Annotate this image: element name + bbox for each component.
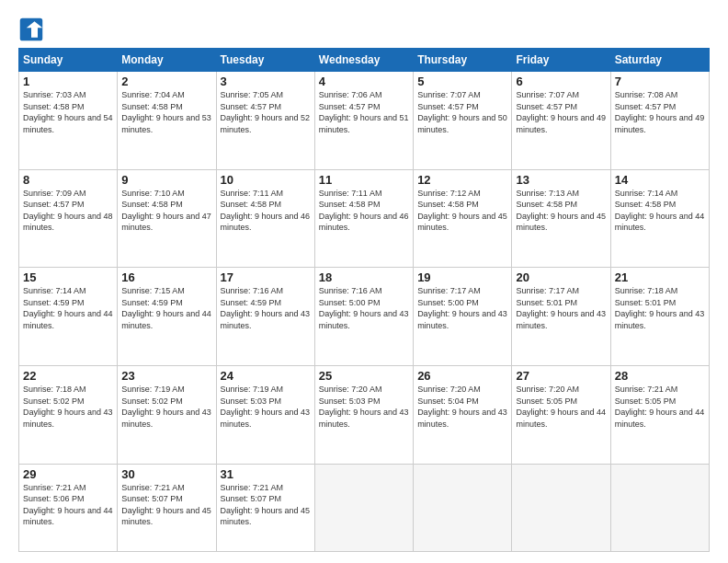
day-info: Sunrise: 7:18 AMSunset: 5:01 PMDaylight:… <box>615 285 705 331</box>
day-number: 28 <box>615 369 705 383</box>
day-number: 27 <box>516 369 606 383</box>
calendar-cell: 28 Sunrise: 7:21 AMSunset: 5:05 PMDaylig… <box>610 365 709 464</box>
day-info: Sunrise: 7:21 AMSunset: 5:07 PMDaylight:… <box>221 482 311 528</box>
calendar-cell: 6 Sunrise: 7:07 AMSunset: 4:57 PMDayligh… <box>512 72 610 170</box>
calendar-cell <box>314 464 413 551</box>
day-header-saturday: Saturday <box>610 49 709 72</box>
calendar-cell: 27 Sunrise: 7:20 AMSunset: 5:05 PMDaylig… <box>512 365 610 464</box>
calendar-cell: 18 Sunrise: 7:16 AMSunset: 5:00 PMDaylig… <box>314 268 413 366</box>
day-info: Sunrise: 7:21 AMSunset: 5:06 PMDaylight:… <box>23 482 113 528</box>
day-info: Sunrise: 7:20 AMSunset: 5:05 PMDaylight:… <box>516 384 606 430</box>
calendar-cell: 5 Sunrise: 7:07 AMSunset: 4:57 PMDayligh… <box>414 72 512 170</box>
day-number: 29 <box>23 467 113 481</box>
day-number: 15 <box>23 270 113 284</box>
day-number: 23 <box>121 369 211 383</box>
calendar-cell: 13 Sunrise: 7:13 AMSunset: 4:58 PMDaylig… <box>512 169 610 268</box>
calendar-cell: 12 Sunrise: 7:12 AMSunset: 4:58 PMDaylig… <box>414 169 512 268</box>
day-info: Sunrise: 7:06 AMSunset: 4:57 PMDaylight:… <box>319 89 409 135</box>
day-info: Sunrise: 7:17 AMSunset: 5:00 PMDaylight:… <box>417 285 507 331</box>
day-info: Sunrise: 7:13 AMSunset: 4:58 PMDaylight:… <box>516 188 606 234</box>
calendar-cell: 31 Sunrise: 7:21 AMSunset: 5:07 PMDaylig… <box>216 464 314 551</box>
day-info: Sunrise: 7:16 AMSunset: 4:59 PMDaylight:… <box>221 285 311 331</box>
logo-icon <box>18 17 44 42</box>
day-info: Sunrise: 7:05 AMSunset: 4:57 PMDaylight:… <box>221 89 311 135</box>
day-number: 18 <box>319 270 409 284</box>
logo <box>18 17 48 42</box>
calendar-cell: 21 Sunrise: 7:18 AMSunset: 5:01 PMDaylig… <box>610 268 709 366</box>
calendar-cell: 8 Sunrise: 7:09 AMSunset: 4:57 PMDayligh… <box>19 169 118 268</box>
day-header-friday: Friday <box>512 49 610 72</box>
day-number: 8 <box>23 173 113 187</box>
calendar-cell: 4 Sunrise: 7:06 AMSunset: 4:57 PMDayligh… <box>314 72 413 170</box>
day-number: 22 <box>23 369 113 383</box>
day-number: 3 <box>221 75 311 88</box>
day-number: 20 <box>516 270 606 284</box>
day-info: Sunrise: 7:03 AMSunset: 4:58 PMDaylight:… <box>23 89 113 135</box>
day-info: Sunrise: 7:10 AMSunset: 4:58 PMDaylight:… <box>121 188 211 234</box>
day-info: Sunrise: 7:07 AMSunset: 4:57 PMDaylight:… <box>516 89 606 135</box>
day-info: Sunrise: 7:07 AMSunset: 4:57 PMDaylight:… <box>417 89 507 135</box>
calendar-week-4: 22 Sunrise: 7:18 AMSunset: 5:02 PMDaylig… <box>19 365 710 464</box>
day-number: 19 <box>417 270 507 284</box>
calendar-cell: 3 Sunrise: 7:05 AMSunset: 4:57 PMDayligh… <box>216 72 314 170</box>
calendar-cell: 23 Sunrise: 7:19 AMSunset: 5:02 PMDaylig… <box>118 365 216 464</box>
calendar-cell: 24 Sunrise: 7:19 AMSunset: 5:03 PMDaylig… <box>216 365 314 464</box>
day-number: 4 <box>319 75 409 88</box>
day-number: 24 <box>221 369 311 383</box>
day-info: Sunrise: 7:04 AMSunset: 4:58 PMDaylight:… <box>121 89 211 135</box>
calendar-table: SundayMondayTuesdayWednesdayThursdayFrid… <box>18 48 710 552</box>
day-number: 16 <box>121 270 211 284</box>
calendar-cell: 19 Sunrise: 7:17 AMSunset: 5:00 PMDaylig… <box>414 268 512 366</box>
calendar-cell: 1 Sunrise: 7:03 AMSunset: 4:58 PMDayligh… <box>19 72 118 170</box>
calendar-cell: 22 Sunrise: 7:18 AMSunset: 5:02 PMDaylig… <box>19 365 118 464</box>
day-number: 12 <box>417 173 507 187</box>
day-number: 21 <box>615 270 705 284</box>
day-header-monday: Monday <box>118 49 216 72</box>
day-info: Sunrise: 7:08 AMSunset: 4:57 PMDaylight:… <box>615 89 705 135</box>
calendar-cell: 7 Sunrise: 7:08 AMSunset: 4:57 PMDayligh… <box>610 72 709 170</box>
day-number: 5 <box>417 75 507 88</box>
calendar-cell: 2 Sunrise: 7:04 AMSunset: 4:58 PMDayligh… <box>118 72 216 170</box>
calendar-cell: 11 Sunrise: 7:11 AMSunset: 4:58 PMDaylig… <box>314 169 413 268</box>
day-number: 30 <box>121 467 211 481</box>
calendar-cell: 30 Sunrise: 7:21 AMSunset: 5:07 PMDaylig… <box>118 464 216 551</box>
calendar-header-row: SundayMondayTuesdayWednesdayThursdayFrid… <box>19 49 710 72</box>
day-number: 25 <box>319 369 409 383</box>
day-number: 6 <box>516 75 606 88</box>
day-info: Sunrise: 7:14 AMSunset: 4:59 PMDaylight:… <box>23 285 113 331</box>
calendar-cell: 29 Sunrise: 7:21 AMSunset: 5:06 PMDaylig… <box>19 464 118 551</box>
day-header-thursday: Thursday <box>414 49 512 72</box>
day-number: 1 <box>23 75 113 88</box>
calendar-cell: 9 Sunrise: 7:10 AMSunset: 4:58 PMDayligh… <box>118 169 216 268</box>
calendar-week-1: 1 Sunrise: 7:03 AMSunset: 4:58 PMDayligh… <box>19 72 710 170</box>
calendar-cell: 16 Sunrise: 7:15 AMSunset: 4:59 PMDaylig… <box>118 268 216 366</box>
day-info: Sunrise: 7:21 AMSunset: 5:05 PMDaylight:… <box>615 384 705 430</box>
calendar-cell: 17 Sunrise: 7:16 AMSunset: 4:59 PMDaylig… <box>216 268 314 366</box>
calendar-page: SundayMondayTuesdayWednesdayThursdayFrid… <box>0 0 728 563</box>
calendar-cell: 25 Sunrise: 7:20 AMSunset: 5:03 PMDaylig… <box>314 365 413 464</box>
day-number: 13 <box>516 173 606 187</box>
calendar-cell: 14 Sunrise: 7:14 AMSunset: 4:58 PMDaylig… <box>610 169 709 268</box>
calendar-week-2: 8 Sunrise: 7:09 AMSunset: 4:57 PMDayligh… <box>19 169 710 268</box>
calendar-cell: 20 Sunrise: 7:17 AMSunset: 5:01 PMDaylig… <box>512 268 610 366</box>
day-info: Sunrise: 7:18 AMSunset: 5:02 PMDaylight:… <box>23 384 113 430</box>
day-info: Sunrise: 7:16 AMSunset: 5:00 PMDaylight:… <box>319 285 409 331</box>
calendar-week-5: 29 Sunrise: 7:21 AMSunset: 5:06 PMDaylig… <box>19 464 710 551</box>
day-info: Sunrise: 7:17 AMSunset: 5:01 PMDaylight:… <box>516 285 606 331</box>
calendar-week-3: 15 Sunrise: 7:14 AMSunset: 4:59 PMDaylig… <box>19 268 710 366</box>
calendar-cell <box>610 464 709 551</box>
day-info: Sunrise: 7:21 AMSunset: 5:07 PMDaylight:… <box>121 482 211 528</box>
day-header-sunday: Sunday <box>19 49 118 72</box>
day-info: Sunrise: 7:11 AMSunset: 4:58 PMDaylight:… <box>221 188 311 234</box>
day-number: 31 <box>221 467 311 481</box>
page-header <box>18 17 710 42</box>
calendar-cell <box>512 464 610 551</box>
calendar-cell: 10 Sunrise: 7:11 AMSunset: 4:58 PMDaylig… <box>216 169 314 268</box>
day-info: Sunrise: 7:15 AMSunset: 4:59 PMDaylight:… <box>121 285 211 331</box>
day-info: Sunrise: 7:20 AMSunset: 5:04 PMDaylight:… <box>417 384 507 430</box>
calendar-cell: 26 Sunrise: 7:20 AMSunset: 5:04 PMDaylig… <box>414 365 512 464</box>
day-info: Sunrise: 7:20 AMSunset: 5:03 PMDaylight:… <box>319 384 409 430</box>
day-number: 2 <box>121 75 211 88</box>
day-header-wednesday: Wednesday <box>314 49 413 72</box>
day-number: 17 <box>221 270 311 284</box>
